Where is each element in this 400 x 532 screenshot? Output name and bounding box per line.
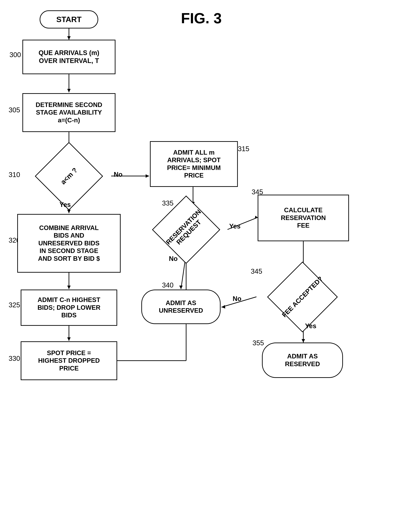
yes-345-label: Yes	[305, 322, 316, 330]
yes-335-label: Yes	[229, 223, 240, 230]
no-345-label: No	[233, 295, 241, 303]
admit-reserved-shape: ADMIT ASRESERVED	[262, 342, 343, 378]
spot-price-shape: SPOT PRICE =HIGHEST DROPPEDPRICE	[21, 341, 117, 380]
admit-highest-bids-shape: ADMIT C-n HIGHESTBIDS; DROP LOWERBIDS	[21, 290, 117, 326]
svg-marker-23	[222, 305, 225, 309]
diamond-345-wrapper: FEE ACCEPTED?	[257, 272, 348, 322]
diamond-335-wrapper: RESERVATIONREQUEST	[145, 205, 228, 254]
svg-marker-13	[67, 337, 71, 341]
determine-availability-shape: DETERMINE SECONDSTAGE AVAILABILITYa=(C-n…	[22, 93, 116, 132]
ref-315-label: 315	[238, 145, 249, 153]
no-335-label: No	[169, 255, 178, 262]
ref-355-label: 355	[252, 339, 264, 347]
ref-300-label: 300	[9, 51, 21, 59]
svg-marker-25	[179, 285, 183, 289]
combine-bids-shape: COMBINE ARRIVALBIDS ANDUNRESERVED BIDSIN…	[17, 214, 121, 273]
no-310-label: No	[114, 171, 123, 178]
svg-marker-17	[255, 216, 258, 219]
svg-marker-21	[302, 339, 305, 342]
svg-marker-11	[67, 285, 71, 289]
que-arrivals-shape: QUE ARRIVALS (m)OVER INTERVAL, T	[22, 40, 116, 74]
ref-330-label: 330	[9, 355, 20, 362]
yes-310-label: Yes	[59, 201, 71, 209]
ref-305-label: 305	[9, 106, 20, 114]
ref-340-label: 340	[162, 281, 173, 289]
svg-marker-9	[146, 174, 149, 178]
admit-all-arrivals-shape: ADMIT ALL mARRIVALS; SPOTPRICE= MINIMUMP…	[150, 141, 238, 187]
diagram-container: FIG. 3	[0, 0, 400, 532]
admit-unreserved-shape: ADMIT ASUNRESERVED	[141, 290, 221, 324]
fig-label: FIG. 3	[181, 9, 222, 27]
svg-marker-1	[67, 36, 71, 40]
ref-310-label: 310	[9, 171, 20, 179]
calculate-reservation-fee-shape: CALCULATERESERVATIONFEE	[258, 195, 349, 241]
start-shape: START	[40, 10, 98, 28]
ref-325-label: 325	[9, 301, 20, 309]
svg-marker-3	[67, 89, 71, 92]
diamond-310-wrapper: a<m ?	[27, 152, 111, 201]
